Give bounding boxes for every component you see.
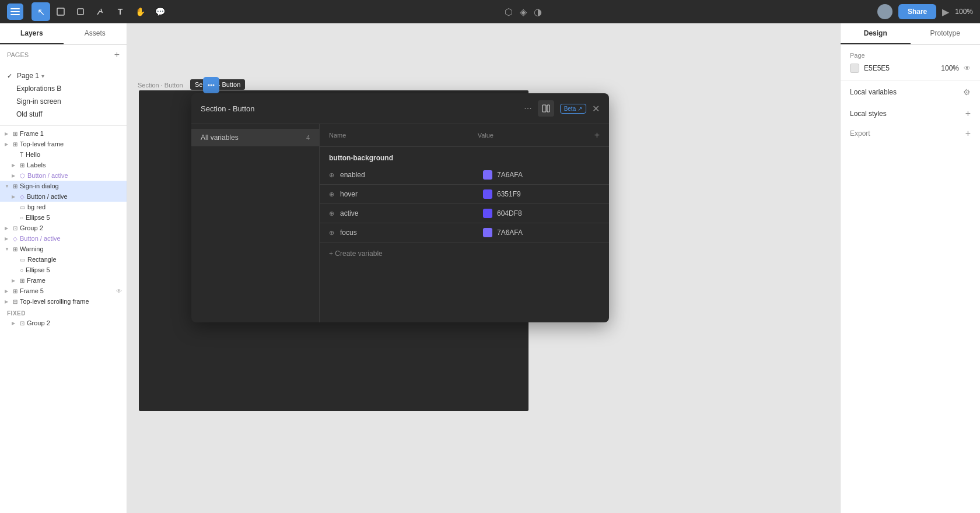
hand-tool[interactable]: ✋: [131, 2, 149, 21]
layer-frame-inner[interactable]: ▶ ⊞ Frame: [0, 275, 127, 286]
section-button-icon[interactable]: [203, 77, 219, 93]
layer-ellipse5b[interactable]: ▶ ○ Ellipse 5: [0, 265, 127, 275]
select-tool[interactable]: ↖: [32, 2, 50, 21]
tab-layers[interactable]: Layers: [0, 23, 64, 44]
expand-button3: ▶: [5, 236, 10, 241]
layer-group2b[interactable]: ▶ ⊡ Group 2: [0, 318, 127, 328]
theme-icon[interactable]: ◑: [534, 6, 542, 17]
var-active-hex: 604DF8: [497, 209, 522, 217]
expand-group2: ▶: [5, 226, 10, 231]
layer-bg-red[interactable]: ▶ ▭ bg red: [0, 202, 127, 212]
component-icon[interactable]: ⬡: [505, 6, 513, 17]
menu-icon[interactable]: [7, 3, 23, 20]
modal-sidebar: All variables 4: [191, 124, 320, 322]
page1-arrow: ▾: [41, 73, 44, 79]
var-hover-name: hover: [340, 190, 483, 198]
pen-tool[interactable]: [91, 2, 110, 21]
layer-toplevel[interactable]: ▶ ⊞ Top-level frame: [0, 139, 127, 149]
frame1-name: Frame 1: [20, 130, 44, 137]
expand-labels: ▶: [12, 163, 18, 168]
frame-tool[interactable]: [51, 2, 70, 21]
var-row-hover[interactable]: ⊕ hover 6351F9: [320, 185, 609, 204]
beta-badge[interactable]: Beta ↗: [560, 104, 586, 114]
layer-rectangle[interactable]: ▶ ▭ Rectangle: [0, 254, 127, 265]
layer-button-active2[interactable]: ▶ ◇ Button / active: [0, 191, 127, 202]
layer-group2[interactable]: ▶ ⊡ Group 2: [0, 223, 127, 233]
col-add-button[interactable]: +: [594, 130, 600, 140]
page-color-swatch[interactable]: [850, 64, 859, 73]
share-button[interactable]: Share: [898, 4, 936, 19]
var-enabled-hex: 7A6AFA: [497, 171, 523, 179]
modal-dots-menu[interactable]: ···: [524, 103, 531, 114]
var-active-icon: ⊕: [329, 210, 334, 217]
labels-name: Labels: [27, 161, 46, 168]
svg-point-5: [208, 85, 210, 86]
svg-rect-9: [547, 105, 550, 112]
create-variable-button[interactable]: + Create variable: [320, 243, 609, 265]
layer-frame1[interactable]: ▶ ⊞ Frame 1: [0, 128, 127, 139]
var-row-active[interactable]: ⊕ active 604DF8: [320, 204, 609, 223]
page-item-page1[interactable]: ✓ Page 1 ▾: [0, 69, 127, 82]
layer-button-active1[interactable]: ▶ ⬡ Button / active: [0, 170, 127, 181]
export-add-button[interactable]: +: [965, 128, 971, 139]
page-design-section: Page E5E5E5 100% 👁: [841, 45, 980, 80]
comment-tool[interactable]: 💬: [150, 2, 169, 21]
modal-header-right: ··· Beta ↗ ✕: [524, 100, 600, 117]
scroll-name: Top-level scrolling frame: [20, 298, 89, 305]
local-styles-title: Local styles: [850, 110, 887, 118]
group2b-icon: ⊡: [20, 320, 24, 326]
layer-button-active3[interactable]: ▶ ◇ Button / active: [0, 233, 127, 244]
pages-header: PAGES +: [0, 45, 127, 65]
canvas[interactable]: Section - Button Section - Button ··· Be…: [127, 23, 840, 513]
modal-content-header: Name Value +: [320, 124, 609, 147]
expand-frame-inner: ▶: [12, 278, 18, 283]
frame-inner-icon: ⊞: [20, 277, 24, 284]
expand-frame1: ▶: [5, 131, 10, 136]
layer-frame5[interactable]: ▶ ⊞ Frame 5 👁: [0, 286, 127, 296]
local-variables-settings-icon[interactable]: ⚙: [963, 87, 971, 97]
button1-name: Button / active: [27, 172, 68, 179]
layer-ellipse5[interactable]: ▶ ○ Ellipse 5: [0, 212, 127, 223]
var-focus-value: 7A6AFA: [483, 228, 600, 237]
page-item-old[interactable]: Old stuff: [0, 108, 127, 121]
add-page-button[interactable]: +: [114, 50, 120, 60]
modal-view-button[interactable]: [538, 100, 554, 117]
modal-header: Section - Button ··· Beta ↗ ✕: [191, 93, 609, 124]
frame5-eye[interactable]: 👁: [116, 288, 122, 294]
tab-assets[interactable]: Assets: [64, 23, 127, 44]
rect-icon: ▭: [20, 256, 25, 263]
layer-toplevel-scroll[interactable]: ▶ ⊟ Top-level scrolling frame: [0, 296, 127, 307]
zoom-level[interactable]: 100%: [955, 8, 973, 16]
shape-tool[interactable]: [71, 2, 90, 21]
var-hover-swatch: [483, 189, 492, 199]
page-item-explorations[interactable]: Explorations B: [0, 82, 127, 95]
layer-signin-dialog[interactable]: ▼ ⊞ Sign-in dialog: [0, 181, 127, 191]
figma-icon[interactable]: ◈: [520, 6, 527, 17]
svg-rect-0: [10, 8, 20, 9]
all-vars-count: 4: [306, 134, 310, 141]
expand-button2: ▶: [12, 194, 18, 199]
page-item-signin[interactable]: Sign-in screen: [0, 95, 127, 108]
button2-icon: ◇: [20, 194, 24, 200]
modal-body: All variables 4 Name Value + button-back…: [191, 124, 609, 322]
tab-prototype[interactable]: Prototype: [911, 23, 981, 44]
layer-labels[interactable]: ▶ ⊞ Labels: [0, 160, 127, 170]
play-button[interactable]: ▶: [942, 6, 949, 17]
tab-design[interactable]: Design: [841, 23, 911, 44]
local-styles-add-button[interactable]: +: [965, 108, 971, 119]
group2b-name: Group 2: [27, 319, 50, 326]
var-row-enabled[interactable]: ⊕ enabled 7A6AFA: [320, 166, 609, 185]
page-eye-icon[interactable]: 👁: [964, 64, 971, 72]
var-row-focus[interactable]: ⊕ focus 7A6AFA: [320, 223, 609, 243]
frame-inner-name: Frame: [27, 277, 46, 284]
frame1-icon: ⊞: [13, 131, 18, 137]
sidebar-all-variables[interactable]: All variables 4: [191, 129, 319, 146]
layer-warning[interactable]: ▼ ⊞ Warning: [0, 244, 127, 254]
svg-rect-3: [57, 8, 64, 15]
modal-close-button[interactable]: ✕: [592, 103, 600, 114]
col-name-header: Name: [329, 132, 478, 139]
layer-hello[interactable]: ▶ T Hello: [0, 149, 127, 160]
text-tool[interactable]: T: [111, 2, 130, 21]
page-row: E5E5E5 100% 👁: [850, 64, 971, 73]
avatar[interactable]: [877, 4, 892, 19]
